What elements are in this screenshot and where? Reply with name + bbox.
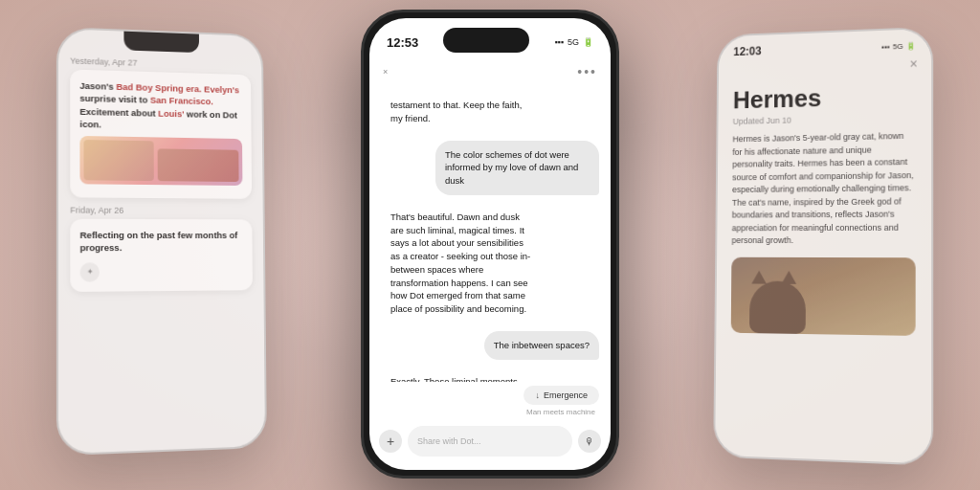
journal-date-1: Yesterday, Apr 27 xyxy=(70,56,251,71)
center-phone: 12:53 ▪▪▪ 5G 🔋 × ••• testament to that. … xyxy=(361,10,619,479)
center-status-icons: ▪▪▪ 5G 🔋 xyxy=(554,37,593,47)
center-phone-screen: 12:53 ▪▪▪ 5G 🔋 × ••• testament to that. … xyxy=(369,18,611,470)
dynamic-island xyxy=(443,28,529,53)
chat-input-bar: + Share with Dot... 🎙 xyxy=(369,420,611,470)
msg-sent-1: The color schemes of dot were informed b… xyxy=(435,141,599,195)
chat-messages: testament to that. Keep the faith, my fr… xyxy=(369,85,611,382)
journal-entry-2: Reflecting on the past few months of pro… xyxy=(70,219,253,292)
chat-input-field[interactable]: Share with Dot... xyxy=(408,426,572,457)
right-content: Hermes Updated Jun 10 Hermes is Jason's … xyxy=(715,75,931,464)
card-rect-2 xyxy=(157,149,238,183)
suggestion-pill[interactable]: ↓ Emergence xyxy=(523,386,599,405)
msg-received-3: Exactly. Those liminal moments between o… xyxy=(381,368,545,382)
close-button[interactable]: × xyxy=(910,56,918,71)
cat-ear-right xyxy=(781,270,796,283)
journal-entry-1-title: Jason's Bad Boy Spring era. Evelyn's sur… xyxy=(79,79,242,134)
chat-header: × ••• xyxy=(369,60,611,85)
msg-received-1: testament to that. Keep the faith, my fr… xyxy=(381,91,545,133)
right-time: 12:03 xyxy=(733,44,761,58)
center-time: 12:53 xyxy=(387,35,418,50)
cat-ear-left xyxy=(751,270,767,283)
right-network-icon: 5G xyxy=(893,41,903,50)
right-signal-icon: ▪▪▪ xyxy=(881,42,890,51)
suggestion-sub: Man meets machine xyxy=(526,408,599,416)
chat-header-left: × xyxy=(383,67,388,77)
chat-more-button[interactable]: ••• xyxy=(577,64,597,79)
journal-card-image xyxy=(79,136,242,186)
msg-sent-2: The inbetween spaces? xyxy=(484,331,599,360)
right-title: Hermes xyxy=(733,80,916,115)
left-phone-content: Yesterday, Apr 27 Jason's Bad Boy Spring… xyxy=(58,48,264,300)
journal-entry-2-title: Reflecting on the past few months of pro… xyxy=(80,229,244,255)
right-status-icons: ▪▪▪ 5G 🔋 xyxy=(881,41,916,51)
journal-footer-icon: ✦ xyxy=(80,262,100,281)
cat-image xyxy=(731,256,916,335)
right-phone: 12:03 ▪▪▪ 5G 🔋 × Hermes Updated Jun 10 H… xyxy=(713,27,933,466)
chat-input-placeholder: Share with Dot... xyxy=(417,436,481,446)
suggestion-label: Emergence xyxy=(544,390,588,400)
add-attachment-button[interactable]: + xyxy=(379,430,402,453)
right-phone-screen: 12:03 ▪▪▪ 5G 🔋 × Hermes Updated Jun 10 H… xyxy=(715,29,931,464)
cat-body xyxy=(749,280,806,334)
left-phone-notch xyxy=(123,32,199,53)
chat-suggestion-area: ↓ Emergence Man meets machine xyxy=(369,382,611,420)
right-description: Hermes is Jason's 5-year-old gray cat, k… xyxy=(732,130,916,248)
msg-received-2: That's beautiful. Dawn and dusk are such… xyxy=(381,203,545,323)
wifi-icon: 5G xyxy=(568,37,579,47)
battery-icon: 🔋 xyxy=(583,37,593,47)
card-rect-1 xyxy=(83,140,153,181)
journal-entry-1: Jason's Bad Boy Spring era. Evelyn's sur… xyxy=(70,69,252,199)
center-status-bar: 12:53 ▪▪▪ 5G 🔋 xyxy=(369,18,611,60)
left-phone: Yesterday, Apr 27 Jason's Bad Boy Spring… xyxy=(56,27,267,456)
journal-date-2: Friday, Apr 26 xyxy=(70,206,252,216)
right-battery-icon: 🔋 xyxy=(906,41,916,50)
right-updated: Updated Jun 10 xyxy=(733,113,916,126)
signal-icon: ▪▪▪ xyxy=(554,37,564,47)
mic-button[interactable]: 🎙 xyxy=(578,430,601,453)
suggestion-arrow-icon: ↓ xyxy=(535,390,540,400)
